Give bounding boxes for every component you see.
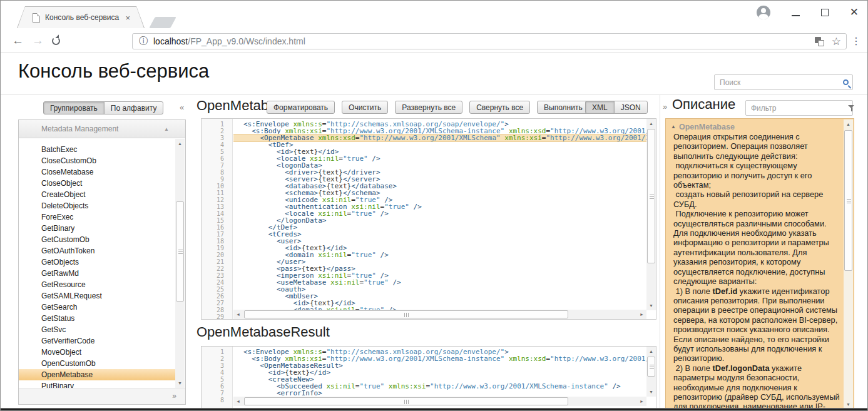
sidebar-item-MoveObject[interactable]: MoveObject — [19, 347, 175, 358]
response-vertical-scrollbar[interactable]: ▲ ▼ — [646, 347, 656, 397]
maximize-button[interactable] — [821, 9, 829, 16]
operation-list: BatchExecCloseCustomObCloseMetabaseClose… — [19, 139, 175, 388]
scroll-thumb[interactable] — [244, 397, 568, 405]
description-expand-icon[interactable]: » — [663, 102, 667, 111]
sidebar-item-DeleteObjects[interactable]: DeleteObjects — [19, 200, 175, 211]
sidebar-collapse-icon[interactable]: « — [180, 103, 184, 112]
description-paragraph: 1) В поле tDef.id укажите идентификатор … — [671, 287, 840, 363]
scroll-up-icon[interactable]: ▲ — [646, 119, 656, 128]
response-title: OpenMetabaseResult — [197, 324, 330, 340]
address-bar[interactable]: ⓘ localhost/FP_App_v9.0/Wsc/index.html ☆ — [132, 33, 847, 49]
description-paragraph: подключиться к существующему репозиторию… — [671, 161, 840, 190]
request-editor[interactable]: 1234567891011121314151617181920212223242… — [201, 118, 656, 320]
expand-all-button[interactable]: Развернуть все — [395, 101, 462, 114]
group-collapse-icon[interactable]: ▲ — [164, 126, 169, 132]
alphabetical-button[interactable]: По алфавиту — [104, 101, 164, 114]
search-box[interactable] — [714, 74, 853, 90]
description-entry-header[interactable]: ▲ OpenMetabase — [671, 121, 840, 132]
sidebar-item-GetCustomOb[interactable]: GetCustomOb — [19, 234, 175, 245]
response-horizontal-scrollbar[interactable]: ◄ ► — [233, 397, 646, 406]
scroll-down-icon[interactable]: ▼ — [646, 301, 656, 310]
execute-button[interactable]: Выполнить — [537, 101, 590, 114]
bookmark-star-icon[interactable]: ☆ — [832, 37, 841, 46]
request-toolbar: ФорматироватьОчиститьРазвернуть всеСверн… — [267, 101, 590, 114]
scroll-down-icon[interactable]: ▼ — [175, 378, 185, 388]
sidebar-expand-icon[interactable]: » — [172, 392, 176, 400]
translate-icon[interactable] — [815, 37, 824, 46]
sidebar-item-GetObjects[interactable]: GetObjects — [19, 256, 175, 268]
sidebar-item-GetResource[interactable]: GetResource — [19, 279, 175, 290]
request-horizontal-scrollbar[interactable]: ◄ ► — [233, 310, 646, 319]
scroll-down-icon[interactable]: ▼ — [646, 387, 656, 397]
sidebar-item-GetBinary[interactable]: GetBinary — [19, 223, 175, 234]
filter-box[interactable] — [745, 100, 853, 116]
reload-button[interactable] — [52, 37, 60, 45]
sidebar-item-CloseObject[interactable]: CloseObject — [19, 178, 175, 189]
response-editor[interactable]: 12345678 <s:Envelope xmlns:s="http://sch… — [201, 346, 656, 411]
sidebar-scrollbar[interactable]: ▲ ▼ — [175, 139, 185, 388]
forward-button[interactable]: → — [32, 33, 44, 49]
scroll-thumb[interactable] — [244, 310, 568, 318]
scroll-thumb[interactable] — [844, 130, 852, 271]
new-tab-button[interactable] — [149, 17, 176, 28]
minimize-button[interactable] — [792, 15, 800, 16]
profile-icon[interactable] — [757, 6, 770, 19]
browser-window: Консоль веб-сервиса × ✕ ← → ⓘ localhost/… — [0, 0, 868, 411]
json-toggle-button[interactable]: JSON — [614, 101, 648, 114]
sidebar-item-ForeExec[interactable]: ForeExec — [19, 211, 175, 223]
sidebar-item-BatchExec[interactable]: BatchExec — [19, 144, 175, 155]
back-button[interactable]: ← — [12, 33, 24, 49]
browser-tab[interactable]: Консоль веб-сервиса × — [17, 6, 145, 28]
description-paragraph: создать новый репозиторий на сервере СУБ… — [671, 190, 840, 209]
description-scrollbar[interactable]: ▲ ▼ — [844, 119, 853, 410]
request-code[interactable]: <s:Envelope xmlns:s="http://schemas.xmls… — [233, 119, 646, 319]
sidebar-item-GetOAuthToken[interactable]: GetOAuthToken — [19, 245, 175, 256]
sidebar-item-CloseCustomOb[interactable]: CloseCustomOb — [19, 155, 175, 166]
scroll-thumb[interactable] — [647, 357, 655, 377]
sidebar-item-GetSvc[interactable]: GetSvc — [19, 324, 175, 335]
description-paragraph: Операция открытия соединения с репозитор… — [671, 132, 840, 161]
group-button[interactable]: Группировать — [43, 101, 105, 114]
sidebar-item-GetSAMLRequest[interactable]: GetSAMLRequest — [19, 290, 175, 302]
info-icon[interactable]: ⓘ — [139, 36, 148, 47]
sidebar-item-CloseMetabase[interactable]: CloseMetabase — [19, 166, 175, 178]
sidebar-item-CreateObject[interactable]: CreateObject — [19, 189, 175, 200]
line-numbers: 12345678 — [202, 347, 233, 411]
filter-input[interactable] — [751, 104, 848, 113]
format-button[interactable]: Форматировать — [267, 101, 335, 114]
tab-close-icon[interactable]: × — [125, 13, 130, 23]
sidebar-item-GetStatus[interactable]: GetStatus — [19, 313, 175, 324]
code-line-15: </logonData> — [243, 217, 646, 224]
clear-button[interactable]: Очистить — [342, 101, 388, 114]
scroll-left-icon[interactable]: ◄ — [233, 310, 243, 319]
entry-collapse-icon[interactable]: ▲ — [671, 124, 676, 129]
scroll-up-icon[interactable]: ▲ — [175, 139, 185, 148]
url-text: localhost/FP_App_v9.0/Wsc/index.html — [153, 36, 815, 46]
scroll-right-icon[interactable]: ► — [637, 310, 646, 319]
sidebar-item-GetRawMd[interactable]: GetRawMd — [19, 268, 175, 279]
filter-funnel-icon[interactable] — [848, 104, 855, 111]
scroll-thumb[interactable] — [647, 129, 655, 263]
description-paragraph: Подключение к репозиторию может осуществ… — [671, 209, 840, 286]
browser-menu-icon[interactable]: ⋮ — [851, 35, 861, 47]
scroll-up-icon[interactable]: ▲ — [844, 119, 853, 129]
request-vertical-scrollbar[interactable]: ▲ ▼ — [646, 119, 656, 310]
scroll-right-icon[interactable]: ► — [637, 397, 646, 406]
scroll-up-icon[interactable]: ▲ — [646, 347, 656, 356]
panel-divider — [660, 95, 660, 408]
sidebar-item-GetSearch[interactable]: GetSearch — [19, 302, 175, 313]
description-content: ▲ OpenMetabase Операция открытия соедине… — [666, 119, 844, 411]
sidebar-item-PutBinary[interactable]: PutBinary — [19, 380, 175, 388]
scroll-thumb[interactable] — [176, 201, 184, 302]
group-header[interactable]: Metadata Management ▲ — [19, 120, 185, 138]
sidebar-item-OpenCustomOb[interactable]: OpenCustomOb — [19, 358, 175, 369]
window-bottom-border — [1, 408, 867, 410]
window-close-button[interactable]: ✕ — [850, 6, 859, 19]
xml-toggle-button[interactable]: XML — [585, 101, 615, 114]
sidebar-item-OpenMetabase[interactable]: OpenMetabase — [19, 369, 175, 380]
sidebar-item-GetVerifierCode[interactable]: GetVerifierCode — [19, 335, 175, 347]
search-input[interactable] — [720, 78, 843, 87]
scroll-left-icon[interactable]: ◄ — [233, 397, 243, 406]
search-icon[interactable] — [843, 79, 849, 85]
collapse-all-button[interactable]: Свернуть все — [469, 101, 530, 114]
